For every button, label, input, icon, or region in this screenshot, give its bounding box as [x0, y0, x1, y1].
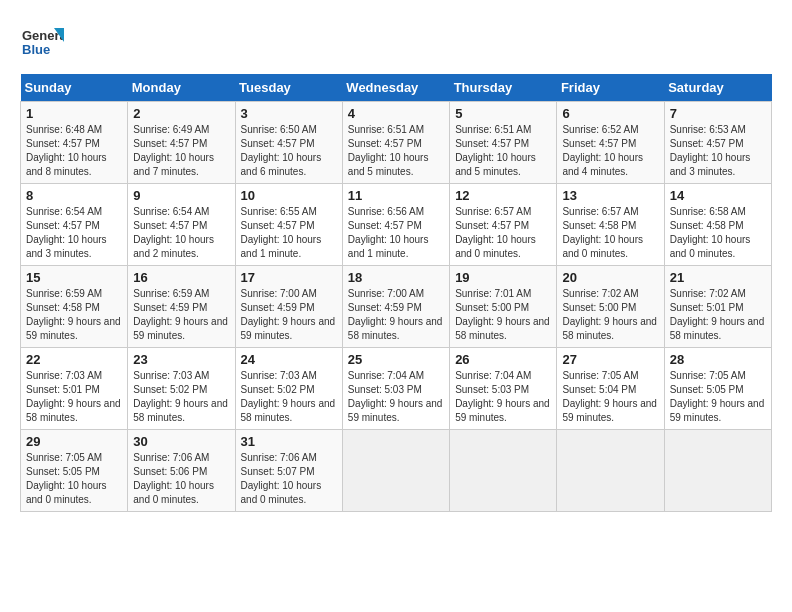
- day-number: 9: [133, 188, 229, 203]
- day-info: Sunrise: 6:50 AMSunset: 4:57 PMDaylight:…: [241, 123, 337, 179]
- day-number: 13: [562, 188, 658, 203]
- week-row-2: 1Sunrise: 6:48 AMSunset: 4:57 PMDaylight…: [21, 102, 772, 184]
- day-info: Sunrise: 6:49 AMSunset: 4:57 PMDaylight:…: [133, 123, 229, 179]
- day-info: Sunrise: 6:51 AMSunset: 4:57 PMDaylight:…: [348, 123, 444, 179]
- week-row-4: 15Sunrise: 6:59 AMSunset: 4:58 PMDayligh…: [21, 266, 772, 348]
- day-info: Sunrise: 7:05 AMSunset: 5:05 PMDaylight:…: [670, 369, 766, 425]
- day-header-tuesday: Tuesday: [235, 74, 342, 102]
- day-header-sunday: Sunday: [21, 74, 128, 102]
- calendar-cell: [450, 430, 557, 512]
- day-number: 8: [26, 188, 122, 203]
- day-info: Sunrise: 6:59 AMSunset: 4:58 PMDaylight:…: [26, 287, 122, 343]
- day-info: Sunrise: 7:03 AMSunset: 5:02 PMDaylight:…: [133, 369, 229, 425]
- day-number: 19: [455, 270, 551, 285]
- day-info: Sunrise: 6:48 AMSunset: 4:57 PMDaylight:…: [26, 123, 122, 179]
- day-info: Sunrise: 7:01 AMSunset: 5:00 PMDaylight:…: [455, 287, 551, 343]
- day-header-wednesday: Wednesday: [342, 74, 449, 102]
- logo-icon: General Blue: [20, 20, 64, 64]
- calendar-cell: 25Sunrise: 7:04 AMSunset: 5:03 PMDayligh…: [342, 348, 449, 430]
- calendar-cell: 24Sunrise: 7:03 AMSunset: 5:02 PMDayligh…: [235, 348, 342, 430]
- day-header-monday: Monday: [128, 74, 235, 102]
- day-number: 5: [455, 106, 551, 121]
- calendar-cell: 22Sunrise: 7:03 AMSunset: 5:01 PMDayligh…: [21, 348, 128, 430]
- day-info: Sunrise: 7:05 AMSunset: 5:04 PMDaylight:…: [562, 369, 658, 425]
- day-number: 15: [26, 270, 122, 285]
- day-number: 12: [455, 188, 551, 203]
- day-number: 20: [562, 270, 658, 285]
- calendar-cell: 18Sunrise: 7:00 AMSunset: 4:59 PMDayligh…: [342, 266, 449, 348]
- calendar-cell: 8Sunrise: 6:54 AMSunset: 4:57 PMDaylight…: [21, 184, 128, 266]
- svg-text:Blue: Blue: [22, 42, 50, 57]
- calendar-cell: 19Sunrise: 7:01 AMSunset: 5:00 PMDayligh…: [450, 266, 557, 348]
- calendar-cell: 6Sunrise: 6:52 AMSunset: 4:57 PMDaylight…: [557, 102, 664, 184]
- calendar-cell: [342, 430, 449, 512]
- day-header-friday: Friday: [557, 74, 664, 102]
- day-info: Sunrise: 7:00 AMSunset: 4:59 PMDaylight:…: [348, 287, 444, 343]
- calendar-cell: 31Sunrise: 7:06 AMSunset: 5:07 PMDayligh…: [235, 430, 342, 512]
- day-number: 26: [455, 352, 551, 367]
- day-info: Sunrise: 6:56 AMSunset: 4:57 PMDaylight:…: [348, 205, 444, 261]
- day-number: 7: [670, 106, 766, 121]
- day-info: Sunrise: 7:06 AMSunset: 5:07 PMDaylight:…: [241, 451, 337, 507]
- calendar-cell: 23Sunrise: 7:03 AMSunset: 5:02 PMDayligh…: [128, 348, 235, 430]
- day-info: Sunrise: 6:57 AMSunset: 4:57 PMDaylight:…: [455, 205, 551, 261]
- calendar-cell: [557, 430, 664, 512]
- calendar-cell: 1Sunrise: 6:48 AMSunset: 4:57 PMDaylight…: [21, 102, 128, 184]
- week-row-5: 22Sunrise: 7:03 AMSunset: 5:01 PMDayligh…: [21, 348, 772, 430]
- calendar-cell: 26Sunrise: 7:04 AMSunset: 5:03 PMDayligh…: [450, 348, 557, 430]
- day-number: 16: [133, 270, 229, 285]
- calendar-cell: 2Sunrise: 6:49 AMSunset: 4:57 PMDaylight…: [128, 102, 235, 184]
- calendar-cell: 30Sunrise: 7:06 AMSunset: 5:06 PMDayligh…: [128, 430, 235, 512]
- calendar-cell: 4Sunrise: 6:51 AMSunset: 4:57 PMDaylight…: [342, 102, 449, 184]
- day-info: Sunrise: 6:59 AMSunset: 4:59 PMDaylight:…: [133, 287, 229, 343]
- day-number: 10: [241, 188, 337, 203]
- calendar-cell: 3Sunrise: 6:50 AMSunset: 4:57 PMDaylight…: [235, 102, 342, 184]
- day-info: Sunrise: 7:02 AMSunset: 5:00 PMDaylight:…: [562, 287, 658, 343]
- calendar-cell: 28Sunrise: 7:05 AMSunset: 5:05 PMDayligh…: [664, 348, 771, 430]
- day-info: Sunrise: 7:05 AMSunset: 5:05 PMDaylight:…: [26, 451, 122, 507]
- day-number: 21: [670, 270, 766, 285]
- calendar-cell: 11Sunrise: 6:56 AMSunset: 4:57 PMDayligh…: [342, 184, 449, 266]
- day-number: 14: [670, 188, 766, 203]
- day-info: Sunrise: 6:58 AMSunset: 4:58 PMDaylight:…: [670, 205, 766, 261]
- day-header-row: SundayMondayTuesdayWednesdayThursdayFrid…: [21, 74, 772, 102]
- calendar-cell: 5Sunrise: 6:51 AMSunset: 4:57 PMDaylight…: [450, 102, 557, 184]
- day-number: 30: [133, 434, 229, 449]
- calendar-cell: 10Sunrise: 6:55 AMSunset: 4:57 PMDayligh…: [235, 184, 342, 266]
- day-number: 1: [26, 106, 122, 121]
- day-info: Sunrise: 7:06 AMSunset: 5:06 PMDaylight:…: [133, 451, 229, 507]
- day-info: Sunrise: 7:00 AMSunset: 4:59 PMDaylight:…: [241, 287, 337, 343]
- day-number: 28: [670, 352, 766, 367]
- day-number: 25: [348, 352, 444, 367]
- day-info: Sunrise: 6:51 AMSunset: 4:57 PMDaylight:…: [455, 123, 551, 179]
- day-info: Sunrise: 7:04 AMSunset: 5:03 PMDaylight:…: [348, 369, 444, 425]
- day-number: 23: [133, 352, 229, 367]
- week-row-3: 8Sunrise: 6:54 AMSunset: 4:57 PMDaylight…: [21, 184, 772, 266]
- calendar-cell: 12Sunrise: 6:57 AMSunset: 4:57 PMDayligh…: [450, 184, 557, 266]
- day-number: 31: [241, 434, 337, 449]
- day-number: 22: [26, 352, 122, 367]
- day-header-thursday: Thursday: [450, 74, 557, 102]
- calendar-cell: 7Sunrise: 6:53 AMSunset: 4:57 PMDaylight…: [664, 102, 771, 184]
- day-number: 11: [348, 188, 444, 203]
- calendar-cell: 29Sunrise: 7:05 AMSunset: 5:05 PMDayligh…: [21, 430, 128, 512]
- day-number: 4: [348, 106, 444, 121]
- day-number: 24: [241, 352, 337, 367]
- day-info: Sunrise: 6:53 AMSunset: 4:57 PMDaylight:…: [670, 123, 766, 179]
- day-info: Sunrise: 7:03 AMSunset: 5:01 PMDaylight:…: [26, 369, 122, 425]
- day-info: Sunrise: 6:57 AMSunset: 4:58 PMDaylight:…: [562, 205, 658, 261]
- day-number: 17: [241, 270, 337, 285]
- day-info: Sunrise: 7:02 AMSunset: 5:01 PMDaylight:…: [670, 287, 766, 343]
- calendar-cell: 17Sunrise: 7:00 AMSunset: 4:59 PMDayligh…: [235, 266, 342, 348]
- page-header: General Blue: [20, 20, 772, 64]
- calendar-cell: 14Sunrise: 6:58 AMSunset: 4:58 PMDayligh…: [664, 184, 771, 266]
- day-info: Sunrise: 7:04 AMSunset: 5:03 PMDaylight:…: [455, 369, 551, 425]
- day-number: 3: [241, 106, 337, 121]
- day-number: 29: [26, 434, 122, 449]
- day-number: 27: [562, 352, 658, 367]
- calendar-cell: 13Sunrise: 6:57 AMSunset: 4:58 PMDayligh…: [557, 184, 664, 266]
- day-number: 18: [348, 270, 444, 285]
- calendar-cell: 20Sunrise: 7:02 AMSunset: 5:00 PMDayligh…: [557, 266, 664, 348]
- day-info: Sunrise: 6:54 AMSunset: 4:57 PMDaylight:…: [26, 205, 122, 261]
- day-number: 6: [562, 106, 658, 121]
